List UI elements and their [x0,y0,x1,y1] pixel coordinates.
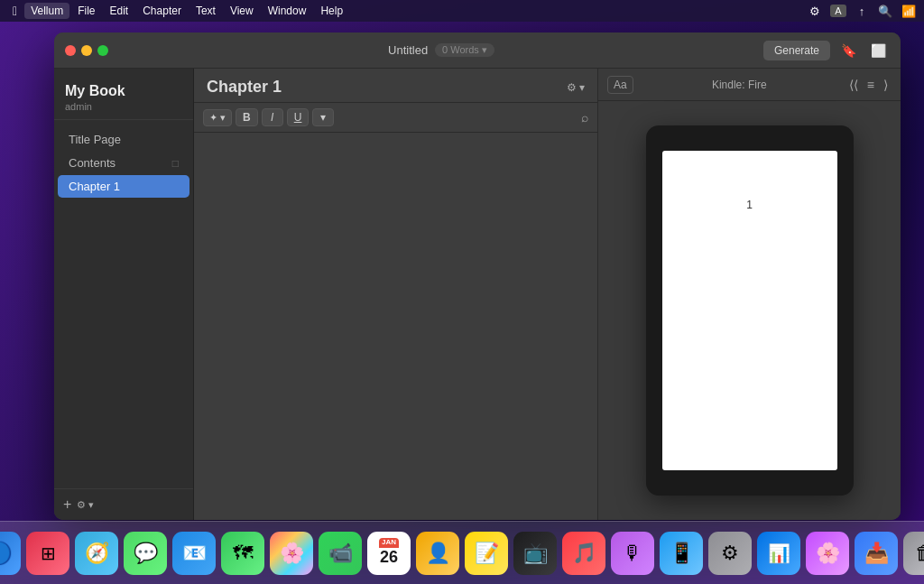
editor-body[interactable] [194,133,597,520]
dock-launchpad[interactable]: ⊞ [26,532,69,575]
dock-facetime[interactable]: 📹 [319,532,362,575]
menu-edit[interactable]: Edit [104,3,135,19]
preview-body: 1 [598,101,901,520]
menu-vellum[interactable]: Vellum [24,3,69,19]
spotlight-icon[interactable]: 🔍 [877,5,893,18]
sidebar-item-label: Contents [69,156,116,170]
dock-calendar[interactable]: JAN 26 [367,532,411,575]
add-item-button[interactable]: + [63,496,71,513]
bold-button[interactable]: B [236,108,258,126]
window-title: Untitled [388,43,428,57]
dock-appstore[interactable]: 📱 [660,532,703,575]
accessibility-icon[interactable]: A [830,5,846,17]
sidebar-item-label: Title Page [69,133,121,146]
main-content: My Book admin Title Page Contents □ Chap… [54,69,901,520]
sidebar-footer: + ⚙ ▾ [54,488,193,520]
preview-panel: Aa Kindle: Fire ⟨⟨ ≡ ⟩ 1 [598,69,901,520]
kindle-screen: 1 [662,151,837,470]
preview-navigation: ⟨⟨ ≡ ⟩ [845,76,892,94]
preview-header: Aa Kindle: Fire ⟨⟨ ≡ ⟩ [598,69,901,101]
sidebar-item-titlepage[interactable]: Title Page [58,128,189,151]
menu-bar:  Vellum File Edit Chapter Text View Win… [0,0,924,22]
wifi-icon[interactable]: 📶 [901,5,917,18]
nav-first-button[interactable]: ⟨⟨ [845,76,862,94]
sidebar: My Book admin Title Page Contents □ Chap… [54,69,194,520]
dock-contacts[interactable]: 👤 [416,532,459,575]
style-picker-button[interactable]: ✦ ▾ [203,109,232,126]
sidebar-item-contents[interactable]: Contents □ [58,152,189,174]
app-window: Untitled 0 Words ▾ Generate 🔖 ⬜ My Book … [54,32,901,520]
admin-label: admin [65,101,182,112]
dock-maps[interactable]: 🗺 [221,532,264,575]
dock-mail[interactable]: 📧 [172,532,216,575]
dock-tv[interactable]: 📺 [513,532,557,575]
nav-last-button[interactable]: ⟩ [880,76,892,94]
minimize-button[interactable] [81,45,92,56]
menu-help[interactable]: Help [314,3,349,19]
menu-chapter[interactable]: Chapter [136,3,188,19]
device-label: Kindle: Fire [712,79,767,91]
menu-window[interactable]: Window [262,3,313,19]
close-button[interactable] [65,45,76,56]
generate-button[interactable]: Generate [763,41,830,60]
chapter-settings-button[interactable]: ⚙ ▾ [567,81,585,94]
editor-toolbar: ✦ ▾ B I U ▾ ⌕ [194,103,597,133]
dock: 🔵 ⊞ 🧭 💬 📧 🗺 🌸 📹 JAN 26 👤 📝 📺 [0,521,924,584]
dock-music[interactable]: 🎵 [562,532,605,575]
search-button[interactable]: ⌕ [581,110,588,125]
dock-finder[interactable]: 🔵 [0,532,21,575]
dock-petal[interactable]: 🌸 [806,532,849,575]
bookmark-icon-btn[interactable]: 🔖 [837,42,860,60]
dock-messages[interactable]: 💬 [124,532,167,575]
airdrop-icon[interactable]: ↑ [854,5,870,18]
panel-toggle-btn[interactable]: ⬜ [867,42,890,60]
dock-trash[interactable]: 🗑 [903,532,924,575]
sidebar-item-chapter1[interactable]: Chapter 1 [58,175,189,198]
menu-view[interactable]: View [224,3,260,19]
contents-icon: □ [172,157,179,170]
traffic-lights [65,45,108,56]
italic-button[interactable]: I [262,108,283,126]
editor-panel: Chapter 1 ⚙ ▾ ✦ ▾ B I U ▾ ⌕ [194,69,598,520]
more-options-button[interactable]: ▾ [312,108,334,126]
nav-list-button[interactable]: ≡ [864,76,878,94]
sidebar-settings-button[interactable]: ⚙ ▾ [77,499,94,511]
dock-notes[interactable]: 📝 [465,532,508,575]
dock-safari[interactable]: 🧭 [75,532,118,575]
kindle-device: 1 [646,125,854,496]
editor-header: Chapter 1 ⚙ ▾ [194,69,597,103]
control-center-icon[interactable]: ⚙ [807,5,823,18]
dock-altstore[interactable]: 📊 [757,532,800,575]
book-title: My Book [65,83,182,99]
dock-photos[interactable]: 🌸 [270,532,313,575]
sidebar-item-label: Chapter 1 [69,180,120,193]
sidebar-items: Title Page Contents □ Chapter 1 [54,120,193,488]
dock-systemprefs[interactable]: ⚙ [708,532,752,575]
font-size-button[interactable]: Aa [607,76,633,94]
word-count-badge[interactable]: 0 Words ▾ [435,43,494,57]
dock-podcasts[interactable]: 🎙 [611,532,654,575]
menu-text[interactable]: Text [189,3,222,19]
menu-file[interactable]: File [71,3,101,19]
window-titlebar: Untitled 0 Words ▾ Generate 🔖 ⬜ [54,32,901,69]
apple-menu[interactable]:  [7,4,23,18]
sidebar-header: My Book admin [54,69,193,120]
dock-downloads[interactable]: 📥 [855,532,898,575]
chapter-title: Chapter 1 [207,78,282,97]
maximize-button[interactable] [97,45,108,56]
page-number: 1 [746,199,753,211]
underline-button[interactable]: U [287,108,310,126]
